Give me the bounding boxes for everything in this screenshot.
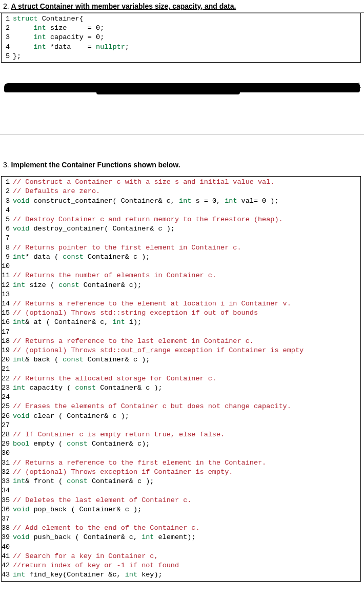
line-number: 3 [2,197,13,206]
line-number: 15 [2,309,13,318]
line-number: 43 [2,570,13,580]
code-line: 5}; [2,52,360,61]
code-line: 36void pop_back ( Container& c ); [2,505,360,514]
code-content: int capacity = 0; [13,33,360,42]
code-content [13,486,360,495]
code-content: // Erases the elements of Container c bu… [13,402,360,411]
page-divider [0,134,364,135]
code-block-section3: 1// Construct a Container c with a size … [1,176,361,581]
code-line: 33int& front ( const Container& c ); [2,477,360,486]
code-content [13,449,360,458]
code-line: 5// Destroy Container c and return memor… [2,215,360,224]
section3-number: 3. [3,161,9,169]
line-number: 34 [2,486,13,495]
code-line: 6void destroy_container( Container& c ); [2,224,360,234]
code-content: // Construct a Container c with a size s… [13,178,360,187]
code-content: // Destroy Container c and return memory… [13,215,360,224]
section2-heading: A struct Container with member variables… [11,2,236,10]
line-number: 21 [2,364,13,374]
code-content: struct Container{ [13,14,360,24]
line-number: 14 [2,299,13,309]
line-number: 23 [2,383,13,393]
line-number: 20 [2,355,13,364]
code-content [13,234,360,243]
line-number: 5 [2,215,13,224]
line-number: 25 [2,402,13,411]
line-number: 7 [2,234,13,243]
line-number: 12 [2,281,13,290]
code-line: 4 [2,206,360,215]
code-content: // If Container c is empty return true, … [13,430,360,439]
code-content: int* data ( const Container& c ); [13,253,360,262]
section2-number: 2. [3,2,9,10]
line-number: 31 [2,458,13,468]
code-line: 29bool empty ( const Container& c); [2,439,360,449]
code-line: 3void construct_container( Container& c,… [2,197,360,206]
line-number: 18 [2,337,13,346]
code-line: 1struct Container{ [2,14,360,24]
code-line: 35// Deletes the last element of Contain… [2,496,360,505]
code-line: 19// (optional) Throws std::out_of_range… [2,346,360,355]
code-content: int find_key(Container &c, int key); [13,570,360,580]
code-line: 4 int *data = nullptr; [2,43,360,52]
line-number: 6 [2,224,13,234]
code-line: 11// Returns the number of elements in C… [2,271,360,280]
code-content: // Returns the number of elements in Con… [13,271,360,280]
code-content: }; [13,52,360,61]
code-line: 31// Returns a reference to the first el… [2,458,360,468]
line-number: 10 [2,262,13,271]
code-content: int size ( const Container& c); [13,281,360,290]
line-number: 4 [2,206,13,215]
code-line: 2// Defaults are zero. [2,187,360,196]
code-line: 15// (optional) Throws std::string excep… [2,309,360,318]
line-number: 4 [2,43,13,52]
code-line: 7 [2,234,360,243]
code-content: int& at ( Container& c, int i); [13,318,360,327]
code-block-section2: 1struct Container{2 int size = 0;3 int c… [1,13,361,63]
line-number: 38 [2,524,13,533]
code-content [13,262,360,271]
line-number: 22 [2,374,13,383]
line-number: 40 [2,543,13,552]
code-line: 40 [2,543,360,552]
code-line: 27 [2,421,360,430]
line-number: 30 [2,449,13,458]
code-content: void push_back ( Container& c, int eleme… [13,533,360,542]
code-content: //return index of key or -1 if not found [13,561,360,570]
line-number: 24 [2,393,13,402]
line-number: 37 [2,514,13,524]
line-number: 2 [2,24,13,33]
code-content: // (optional) Throws std::string excepti… [13,309,360,318]
code-line: 8// Returns pointer to the first element… [2,243,360,253]
line-number: 35 [2,496,13,505]
redaction-mark [4,83,360,92]
code-content: void pop_back ( Container& c ); [13,505,360,514]
code-content [13,393,360,402]
code-content: int& back ( const Container& c ); [13,355,360,364]
code-line: 25// Erases the elements of Container c … [2,402,360,411]
code-content [13,514,360,524]
code-content: // (optional) Throws std::out_of_range e… [13,346,360,355]
code-line: 42//return index of key or -1 if not fou… [2,561,360,570]
code-content: // Returns the allocated storage for Con… [13,374,360,383]
code-content: void construct_container( Container& c, … [13,197,360,206]
code-line: 21 [2,364,360,374]
code-content: // Returns a reference to the last eleme… [13,337,360,346]
code-line: 30 [2,449,360,458]
code-line: 41// Search for a key in Container c, [2,552,360,561]
code-line: 17 [2,328,360,337]
code-content: int size = 0; [13,24,360,33]
line-number: 3 [2,33,13,42]
line-number: 1 [2,14,13,24]
code-line: 2 int size = 0; [2,24,360,33]
code-line: 14// Returns a reference to the element … [2,299,360,309]
section3-title: 3. Implement the Container Functions sho… [3,161,361,169]
code-line: 24 [2,393,360,402]
code-content [13,364,360,374]
code-content: // Defaults are zero. [13,187,360,196]
line-number: 11 [2,271,13,280]
code-content [13,543,360,552]
code-content [13,421,360,430]
line-number: 29 [2,439,13,449]
line-number: 5 [2,52,13,61]
